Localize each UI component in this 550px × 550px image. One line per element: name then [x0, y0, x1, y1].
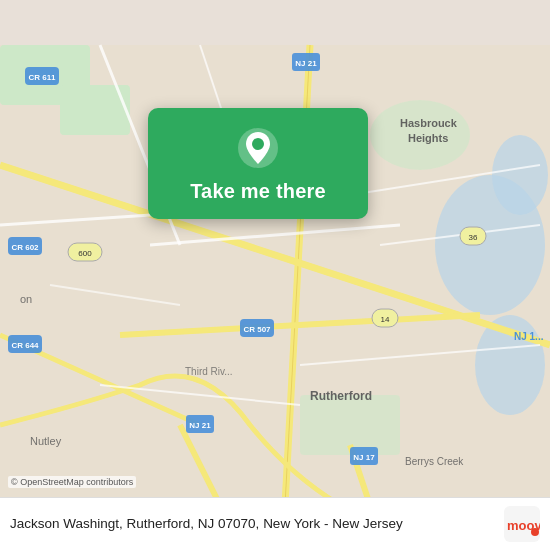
address-text: Jackson Washingt, Rutherford, NJ 07070, …	[10, 515, 496, 534]
svg-text:600: 600	[78, 249, 92, 258]
svg-text:NJ 1...: NJ 1...	[514, 331, 544, 342]
svg-text:CR 611: CR 611	[28, 73, 56, 82]
svg-text:36: 36	[469, 233, 478, 242]
take-me-there-card[interactable]: Take me there	[148, 108, 368, 219]
svg-text:NJ 17: NJ 17	[353, 453, 375, 462]
svg-text:Hasbrouck: Hasbrouck	[400, 117, 458, 129]
moovit-icon: moovit	[504, 506, 540, 542]
svg-text:14: 14	[381, 315, 390, 324]
svg-text:CR 507: CR 507	[243, 325, 271, 334]
svg-text:CR 602: CR 602	[11, 243, 39, 252]
svg-text:Heights: Heights	[408, 132, 448, 144]
svg-point-3	[492, 135, 548, 215]
take-me-there-button[interactable]: Take me there	[190, 180, 326, 203]
svg-text:CR 644: CR 644	[11, 341, 39, 350]
svg-text:Nutley: Nutley	[30, 435, 62, 447]
svg-text:Berrys Creek: Berrys Creek	[405, 456, 464, 467]
svg-text:NJ 21: NJ 21	[189, 421, 211, 430]
svg-text:on: on	[20, 293, 32, 305]
map-container: CR 611 NJ 21 600 CR 602 CR 644 CR 507 14…	[0, 0, 550, 550]
osm-attribution: © OpenStreetMap contributors	[8, 476, 136, 488]
location-pin-icon	[236, 126, 280, 170]
svg-point-57	[531, 528, 539, 536]
map-background: CR 611 NJ 21 600 CR 602 CR 644 CR 507 14…	[0, 0, 550, 550]
svg-point-54	[252, 138, 264, 150]
bottom-info-bar: Jackson Washingt, Rutherford, NJ 07070, …	[0, 497, 550, 550]
svg-text:NJ 21: NJ 21	[295, 59, 317, 68]
svg-text:Rutherford: Rutherford	[310, 389, 372, 403]
svg-text:Third Riv...: Third Riv...	[185, 366, 233, 377]
moovit-logo: moovit	[504, 506, 540, 542]
